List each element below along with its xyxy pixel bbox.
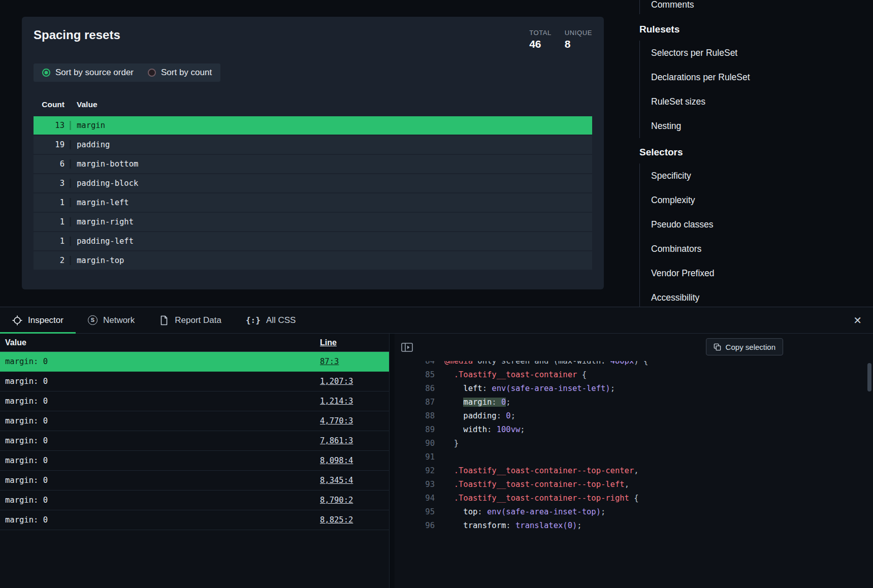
sidebar-item-vendor-prefixed[interactable]: Vendor Prefixed — [640, 261, 873, 285]
sidebar-item-specificity[interactable]: Specificity — [640, 164, 873, 188]
declarations-table-header: Count Value — [34, 95, 592, 114]
declaration-row[interactable]: 1margin-left — [34, 193, 592, 213]
inspector-table-header: Value Line — [0, 334, 389, 352]
line-link[interactable]: 7,861:3 — [320, 436, 353, 445]
close-icon[interactable]: ✕ — [853, 315, 862, 325]
sidebar-item-comments[interactable]: Comments — [640, 0, 873, 14]
tab-report-data[interactable]: Report Data — [147, 307, 234, 333]
line-number: 93 — [395, 478, 435, 492]
code-text: left: env(safe-area-inset-left); — [444, 382, 615, 396]
panel-toggle-icon[interactable] — [401, 342, 413, 352]
declaration-count: 3 — [34, 179, 71, 188]
line-link[interactable]: 8,345:4 — [320, 476, 353, 485]
network-icon-letter: S — [91, 317, 94, 323]
inspector-row-line-cell: 1,214:3 — [320, 397, 389, 406]
tab-label: All CSS — [266, 315, 296, 325]
line-number: 96 — [395, 519, 435, 533]
declaration-row[interactable]: 13margin — [34, 116, 592, 136]
radio-selected-icon — [42, 69, 50, 77]
inspector-row-line-cell: 8,345:4 — [320, 476, 389, 485]
code-pane: Copy selection 84@media only screen and … — [395, 334, 873, 588]
line-link[interactable]: 1,214:3 — [320, 397, 353, 406]
declaration-count: 19 — [34, 140, 71, 149]
inspector-row[interactable]: margin: 08,790:2 — [0, 491, 389, 510]
inspector-row[interactable]: margin: 08,345:4 — [0, 471, 389, 491]
inspector-row-line-cell: 8,098:4 — [320, 456, 389, 465]
sidebar-item-declarations-per-ruleset[interactable]: Declarations per RuleSet — [640, 65, 873, 89]
declaration-count: 1 — [34, 237, 71, 246]
inspector-row[interactable]: margin: 07,861:3 — [0, 431, 389, 451]
tab-inspector[interactable]: Inspector — [0, 307, 76, 333]
tab-label: Report Data — [175, 315, 221, 325]
inspector-row[interactable]: margin: 01,207:3 — [0, 372, 389, 391]
sidebar-nav: CommentsRulesetsSelectors per RuleSetDec… — [630, 0, 873, 310]
declaration-row[interactable]: 3padding-block — [34, 174, 592, 193]
declaration-value: margin-top — [71, 256, 124, 265]
inspector-row[interactable]: margin: 08,825:2 — [0, 510, 389, 530]
pane-divider[interactable] — [389, 334, 395, 588]
scrollbar-thumb[interactable] — [867, 363, 871, 391]
code-text: @media only screen and (max-width: 480px… — [444, 361, 648, 368]
code-text: .Toastify__toast-container--top-left, — [444, 478, 629, 492]
inspector-row[interactable]: margin: 01,214:3 — [0, 391, 389, 411]
code-text: padding: 0; — [444, 409, 515, 423]
column-header-line[interactable]: Line — [320, 338, 389, 347]
inspector-row-value: margin: 0 — [0, 416, 320, 426]
sidebar-item-ruleset-sizes[interactable]: RuleSet sizes — [640, 89, 873, 114]
sidebar-item-accessibility[interactable]: Accessibility — [640, 285, 873, 310]
sidebar-item-nesting[interactable]: Nesting — [640, 114, 873, 138]
code-text: transform: translatex(0); — [444, 519, 582, 533]
code-line: 93 .Toastify__toast-container--top-left, — [395, 478, 873, 492]
code-line: 95 top: env(safe-area-inset-top); — [395, 505, 873, 519]
declaration-row[interactable]: 19padding — [34, 136, 592, 155]
declaration-value: padding — [71, 140, 110, 149]
spacing-resets-card: Spacing resets TOTAL 46 UNIQUE 8 Sort by… — [22, 17, 604, 289]
sidebar-item-complexity[interactable]: Complexity — [640, 188, 873, 212]
inspector-row[interactable]: margin: 08,098:4 — [0, 451, 389, 471]
line-number: 89 — [395, 423, 435, 437]
declaration-row[interactable]: 1padding-left — [34, 232, 592, 251]
line-link[interactable]: 8,098:4 — [320, 456, 353, 465]
line-link[interactable]: 4,770:3 — [320, 416, 353, 426]
sidebar-list: Selectors per RuleSetDeclarations per Ru… — [639, 41, 873, 138]
copy-selection-button[interactable]: Copy selection — [706, 338, 783, 355]
devtools-tabbar: Inspector S Network Report Data {:} All … — [0, 307, 873, 334]
declaration-row[interactable]: 6margin-bottom — [34, 155, 592, 174]
inspector-row-value: margin: 0 — [0, 496, 320, 505]
code-toolbar: Copy selection — [395, 334, 873, 361]
declaration-count: 1 — [34, 217, 71, 226]
radio-sort-count[interactable]: Sort by count — [148, 68, 212, 78]
code-text: margin: 0; — [444, 396, 511, 409]
tab-label: Network — [103, 315, 135, 325]
declaration-count: 2 — [34, 256, 71, 265]
inspector-row[interactable]: margin: 04,770:3 — [0, 411, 389, 431]
inspector-row-value: margin: 0 — [0, 357, 320, 366]
code-line: 88 padding: 0; — [395, 409, 873, 423]
sidebar-list: Comments — [639, 0, 873, 14]
tab-all-css[interactable]: {:} All CSS — [234, 307, 308, 333]
sidebar-section-header: Rulesets — [639, 22, 873, 37]
inspector-row[interactable]: margin: 087:3 — [0, 352, 389, 372]
line-link[interactable]: 1,207:3 — [320, 377, 353, 386]
line-number: 91 — [395, 450, 435, 464]
column-header-value: Value — [71, 100, 98, 109]
line-number: 95 — [395, 505, 435, 519]
tab-label: Inspector — [28, 315, 63, 325]
sidebar-item-selectors-per-ruleset[interactable]: Selectors per RuleSet — [640, 41, 873, 65]
radio-unselected-icon — [148, 69, 156, 77]
sidebar-item-pseudo-classes[interactable]: Pseudo classes — [640, 212, 873, 237]
code-line: 90 } — [395, 437, 873, 450]
radio-sort-source-order[interactable]: Sort by source order — [42, 68, 134, 78]
line-link[interactable]: 87:3 — [320, 357, 339, 366]
tab-network[interactable]: S Network — [76, 307, 147, 333]
line-number: 92 — [395, 464, 435, 478]
sidebar-section-header: Selectors — [639, 145, 873, 159]
declaration-row[interactable]: 1margin-right — [34, 213, 592, 232]
declaration-row[interactable]: 2margin-top — [34, 251, 592, 271]
line-link[interactable]: 8,825:2 — [320, 515, 353, 525]
sidebar-item-combinators[interactable]: Combinators — [640, 237, 873, 261]
code-line: 87 margin: 0; — [395, 396, 873, 409]
code-text: top: env(safe-area-inset-top); — [444, 505, 605, 519]
line-link[interactable]: 8,790:2 — [320, 496, 353, 505]
declaration-value: padding-block — [71, 179, 138, 188]
